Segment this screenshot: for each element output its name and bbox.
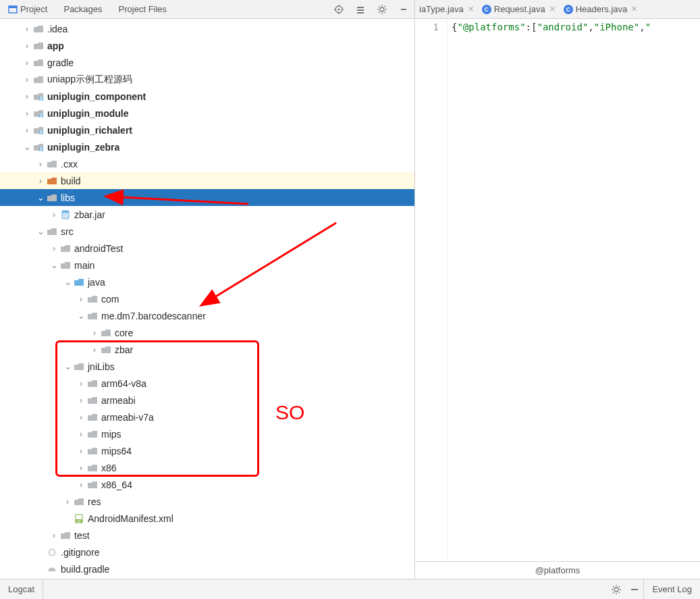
chevron-right-icon[interactable]: › (22, 24, 32, 34)
tree-row[interactable]: ›com (0, 290, 414, 307)
tool-window-event-log[interactable]: Event Log (643, 579, 700, 599)
tree-row[interactable]: ⌄src (0, 223, 414, 240)
tree-row[interactable]: ›res (0, 493, 414, 510)
chevron-right-icon[interactable]: › (49, 243, 59, 253)
editor-tab-label: Headers.java (576, 4, 628, 14)
tree-row[interactable]: ›.cxx (0, 155, 414, 172)
chevron-right-icon[interactable]: › (62, 496, 73, 506)
tree-row[interactable]: ⌄uniplugin_zebra (0, 138, 414, 155)
tree-row[interactable]: ›x86_64 (0, 476, 414, 493)
annotation-text: SO (275, 401, 304, 424)
editor-tab[interactable]: iaType.java ✕ (415, 3, 478, 16)
project-view-tab-label: Packages (63, 4, 102, 14)
tree-node-label: main (74, 260, 95, 271)
chevron-down-icon[interactable]: ⌄ (35, 226, 46, 236)
tree-row[interactable]: ›test (0, 527, 414, 544)
tree-row[interactable]: ›uniapp示例工程源码 (0, 71, 414, 88)
gear-icon[interactable] (374, 1, 390, 18)
chevron-down-icon[interactable]: ⌄ (49, 260, 59, 270)
chevron-right-icon[interactable]: › (35, 176, 46, 186)
svg-point-3 (338, 8, 340, 10)
gear-icon[interactable] (607, 584, 626, 595)
editor-tab[interactable]: C Request.java ✕ (478, 3, 560, 16)
svg-rect-14 (41, 97, 41, 101)
chevron-right-icon[interactable]: › (22, 125, 32, 135)
tree-row[interactable]: ⌄libs (0, 189, 414, 206)
project-view-tab-packages[interactable]: Packages (58, 3, 107, 16)
jar-icon (59, 209, 72, 221)
tree-row[interactable]: ⌄main (0, 257, 414, 274)
tree-node-label: uniplugin_richalert (47, 125, 132, 136)
minimize-icon[interactable] (626, 585, 643, 594)
tree-node-label: build.gradle (61, 564, 109, 575)
tree-row[interactable]: ›app (0, 37, 414, 54)
folder-icon (46, 226, 58, 238)
editor-tab[interactable]: C Headers.java ✕ (560, 3, 642, 16)
editor-body[interactable]: 1 {"@platforms":["android","iPhone"," (415, 19, 700, 561)
project-view-tab-project-files[interactable]: Project Files (113, 3, 173, 16)
tree-row[interactable]: ›uniplugin_module (0, 105, 414, 122)
svg-rect-9 (357, 9, 364, 11)
tree-row[interactable]: build.gradle (0, 561, 414, 577)
tree-row[interactable]: ›build (0, 172, 414, 189)
editor-tabs: iaType.java ✕ C Request.java ✕ C Headers… (415, 0, 700, 19)
tree-row[interactable]: ⌄java (0, 274, 414, 290)
breadcrumb[interactable]: @platforms (415, 561, 700, 579)
chevron-right-icon[interactable]: › (35, 159, 46, 169)
tree-node-label: uniapp示例工程源码 (47, 74, 132, 86)
tree-node-label: test (74, 530, 90, 541)
editor-tab-label: Request.java (494, 4, 545, 14)
editor-panel: iaType.java ✕ C Request.java ✕ C Headers… (415, 0, 700, 579)
tree-row[interactable]: .gitignore (0, 544, 414, 561)
package-icon (86, 293, 99, 305)
chevron-down-icon[interactable]: ⌄ (62, 277, 73, 287)
hide-panel-icon[interactable] (396, 1, 412, 18)
folder-icon (32, 23, 45, 35)
chevron-right-icon[interactable]: › (22, 91, 32, 101)
module-icon (32, 90, 45, 103)
line-number: 1 (415, 22, 439, 32)
breadcrumb-label: @platforms (535, 565, 581, 575)
tree-row[interactable]: ›gradle (0, 54, 414, 71)
tree-node-label: src (61, 226, 74, 237)
tree-row[interactable]: ⌄me.dm7.barcodescanner (0, 307, 414, 324)
svg-rect-18 (42, 113, 43, 118)
svg-rect-15 (42, 97, 43, 101)
svg-rect-8 (357, 7, 364, 8)
module-icon (32, 124, 45, 136)
chevron-right-icon[interactable]: › (49, 209, 59, 219)
tree-row[interactable]: MFAndroidManifest.xml (0, 510, 414, 527)
close-icon[interactable]: ✕ (631, 5, 637, 14)
folder-icon (46, 158, 58, 170)
chevron-down-icon[interactable]: ⌄ (35, 192, 46, 203)
tree-row[interactable]: ›.idea (0, 20, 414, 37)
chevron-right-icon[interactable]: › (22, 57, 32, 68)
code-area[interactable]: {"@platforms":["android","iPhone"," (448, 19, 700, 561)
tree-row[interactable]: ›uniplugin_richalert (0, 122, 414, 138)
tree-row[interactable]: ›core (0, 324, 414, 341)
chevron-right-icon[interactable]: › (76, 294, 86, 304)
project-panel: Project Packages Project Files (0, 0, 415, 579)
svg-rect-13 (39, 97, 43, 101)
chevron-down-icon[interactable]: ⌄ (76, 311, 86, 321)
tool-window-logcat[interactable]: Logcat (0, 579, 43, 599)
module-icon (32, 141, 45, 153)
chevron-right-icon[interactable]: › (22, 41, 32, 51)
chevron-right-icon[interactable]: › (76, 479, 86, 490)
collapse-all-icon[interactable] (352, 1, 369, 18)
chevron-right-icon[interactable]: › (22, 74, 32, 84)
chevron-right-icon[interactable]: › (49, 530, 59, 540)
close-icon[interactable]: ✕ (549, 5, 556, 14)
project-tree[interactable]: ›.idea›app›gradle›uniapp示例工程源码›uniplugin… (0, 19, 414, 579)
locate-icon[interactable] (331, 1, 347, 18)
chevron-down-icon[interactable]: ⌄ (22, 142, 32, 152)
chevron-right-icon[interactable]: › (22, 108, 32, 118)
close-icon[interactable]: ✕ (468, 5, 474, 14)
tree-row[interactable]: ›uniplugin_component (0, 88, 414, 105)
project-view-tab-project[interactable]: Project (3, 3, 53, 16)
gradle-icon (46, 563, 58, 575)
tree-row[interactable]: ›zbar.jar (0, 206, 414, 223)
folder-src-icon (73, 276, 85, 288)
tree-row[interactable]: ›androidTest (0, 240, 414, 257)
chevron-right-icon[interactable]: › (89, 328, 100, 338)
